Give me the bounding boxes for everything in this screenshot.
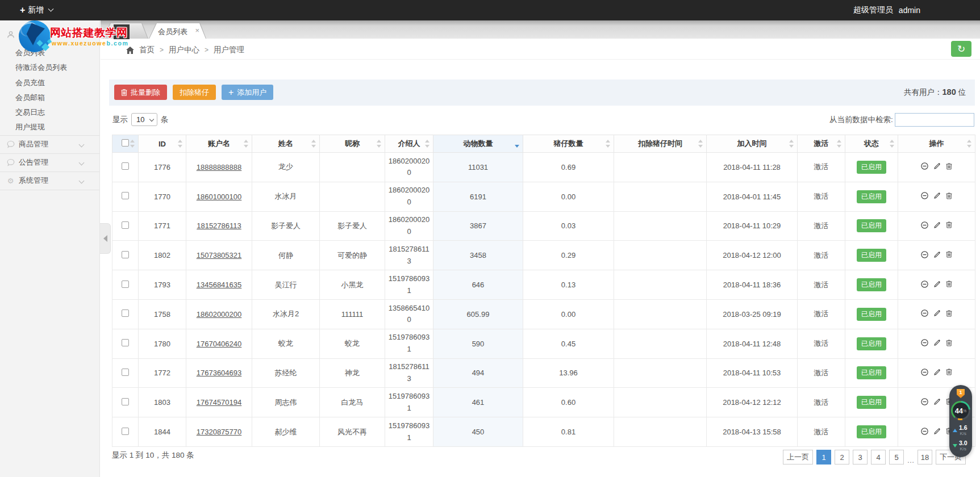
tab-member-list[interactable]: 会员列表 ×	[149, 23, 206, 39]
deduct-icon[interactable]	[921, 221, 928, 229]
search-input[interactable]	[895, 113, 974, 127]
column-header[interactable]: 激活	[798, 135, 845, 153]
pagination-page-4[interactable]: 4	[871, 450, 886, 465]
edit-icon[interactable]	[933, 192, 941, 199]
sidebar-group-announcements[interactable]: 公告管理	[0, 154, 99, 171]
column-header[interactable]: 动物数量	[433, 135, 523, 153]
delete-icon[interactable]	[946, 369, 952, 375]
account-link[interactable]: 18888888888	[197, 163, 242, 171]
account-link[interactable]: 18601000100	[197, 193, 242, 201]
row-checkbox[interactable]	[122, 162, 129, 170]
edit-icon[interactable]	[933, 339, 941, 346]
cell-id: 1844	[154, 428, 170, 436]
edit-icon[interactable]	[933, 428, 941, 435]
account-link[interactable]: 18602000200	[197, 310, 242, 319]
row-checkbox[interactable]	[122, 251, 129, 258]
pagination-page-5[interactable]: 5	[889, 450, 904, 465]
row-checkbox[interactable]	[122, 281, 129, 288]
pagination-page-1[interactable]: 1	[816, 450, 831, 465]
breadcrumb-item[interactable]: 用户中心	[169, 45, 199, 55]
sidebar-item[interactable]: 会员充值	[0, 76, 99, 90]
edit-icon[interactable]	[933, 281, 941, 288]
deduct-icon[interactable]	[921, 309, 928, 317]
deduct-pigs-button[interactable]: 扣除猪仔	[173, 85, 216, 100]
header-select-all[interactable]	[112, 135, 139, 153]
table-row: 177618888888888龙少18602000200110310.69201…	[112, 153, 975, 182]
speed-monitor-widget[interactable]: 1 44% 1.6K/s 3.0K/s	[949, 385, 972, 457]
column-header[interactable]: 介绍人	[385, 135, 433, 153]
delete-icon[interactable]	[946, 310, 952, 317]
account-link[interactable]: 15073805321	[197, 251, 242, 260]
column-header[interactable]: 加入时间	[707, 135, 798, 153]
row-checkbox[interactable]	[122, 339, 129, 346]
refresh-button[interactable]: ↻	[951, 41, 971, 57]
sidebar-item[interactable]: 用户提现	[0, 120, 99, 135]
pagination-page-3[interactable]: 3	[853, 450, 868, 465]
row-checkbox[interactable]	[122, 192, 129, 199]
user-menu[interactable]: 超级管理员 admin	[853, 0, 920, 20]
deduct-icon[interactable]	[921, 162, 928, 170]
sidebar-item[interactable]: 会员列表	[0, 45, 99, 60]
tab-bar: 会员列表 ×	[101, 20, 980, 39]
delete-icon[interactable]	[946, 221, 952, 228]
column-header[interactable]: 姓名	[252, 135, 320, 153]
deduct-icon[interactable]	[921, 251, 928, 258]
column-header[interactable]: 账户名	[186, 135, 252, 153]
close-icon[interactable]: ×	[195, 27, 199, 34]
sidebar-group-system[interactable]: ⚙ 系统管理	[0, 172, 99, 190]
deduct-icon[interactable]	[921, 398, 928, 405]
account-link[interactable]: 17674570194	[197, 398, 242, 407]
breadcrumb-item[interactable]: 首页	[139, 45, 155, 55]
column-header[interactable]: 昵称	[320, 135, 385, 153]
breadcrumb-item[interactable]: 用户管理	[214, 45, 244, 55]
row-checkbox[interactable]	[122, 398, 129, 405]
account-link[interactable]: 17320875770	[197, 428, 242, 436]
row-checkbox[interactable]	[122, 309, 129, 317]
cell-join-time: 2018-03-25 09:19	[723, 310, 781, 319]
pagination-prev[interactable]: 上一页	[783, 450, 813, 465]
batch-delete-button[interactable]: 批量删除	[114, 85, 167, 100]
deduct-icon[interactable]	[921, 339, 928, 346]
sidebar-item[interactable]: 待激活会员列表	[0, 60, 99, 75]
edit-icon[interactable]	[933, 369, 941, 376]
edit-icon[interactable]	[933, 221, 941, 229]
column-header[interactable]: ID	[139, 135, 186, 153]
deduct-icon[interactable]	[921, 192, 928, 199]
account-link[interactable]: 17670406240	[197, 340, 242, 348]
row-checkbox[interactable]	[122, 221, 129, 229]
select-all-checkbox[interactable]	[122, 139, 129, 147]
deduct-icon[interactable]	[921, 281, 928, 288]
deduct-icon[interactable]	[921, 428, 928, 435]
sidebar-item[interactable]: 交易日志	[0, 105, 99, 120]
table-row: 179313456841635吴江行小黑龙151978609316460.132…	[112, 270, 975, 300]
column-header[interactable]: 扣除猪仔时间	[614, 135, 707, 153]
sidebar-collapse-handle[interactable]	[100, 223, 111, 254]
column-header[interactable]: 猪仔数量	[523, 135, 614, 153]
account-link[interactable]: 18152786113	[197, 221, 241, 230]
sidebar-item[interactable]: 会员邮箱	[0, 90, 99, 105]
delete-icon[interactable]	[946, 251, 952, 258]
sidebar-group-products[interactable]: 商品管理	[0, 136, 99, 153]
column-header[interactable]: 操作	[898, 135, 975, 153]
edit-icon[interactable]	[933, 398, 941, 405]
add-new-menu[interactable]: + 新增	[20, 0, 53, 20]
cell-pigs: 0.81	[561, 428, 576, 436]
pagination-page-2[interactable]: 2	[835, 450, 849, 465]
edit-icon[interactable]	[933, 162, 941, 170]
deduct-icon[interactable]	[921, 369, 928, 376]
edit-icon[interactable]	[933, 309, 941, 317]
row-checkbox[interactable]	[122, 428, 129, 435]
page-length-select[interactable]: 10	[131, 113, 157, 126]
delete-icon[interactable]	[946, 340, 952, 346]
account-link[interactable]: 13456841635	[197, 281, 242, 289]
delete-icon[interactable]	[946, 193, 952, 199]
column-header[interactable]: 状态	[845, 135, 898, 153]
delete-icon[interactable]	[946, 281, 952, 287]
cell-id: 1793	[154, 281, 170, 289]
edit-icon[interactable]	[933, 251, 941, 258]
add-user-button[interactable]: + 添加用户	[222, 85, 273, 100]
row-checkbox[interactable]	[122, 369, 129, 376]
account-link[interactable]: 17673604693	[197, 369, 242, 377]
delete-icon[interactable]	[946, 163, 952, 170]
pagination-page-18[interactable]: 18	[918, 450, 932, 465]
